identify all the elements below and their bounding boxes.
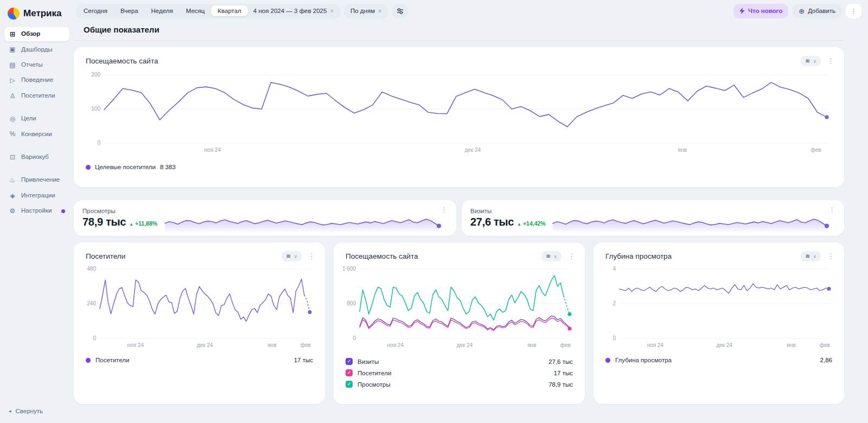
traffic-card: Посещаемость сайта ≋ ∨ ⋮ 08001 600ноя 24… <box>334 242 585 404</box>
svg-text:дек 24: дек 24 <box>197 342 213 348</box>
chart-type-select[interactable]: ≋ ∨ <box>801 56 821 66</box>
legend-label: Визиты <box>358 358 379 365</box>
card-header: Посещаемость сайта ≋ ∨ ⋮ <box>74 47 844 66</box>
variocube-icon: ⊡ <box>9 153 16 161</box>
legend-value: 27,6 тыс <box>548 358 573 365</box>
card-menu-button[interactable]: ⋮ <box>826 206 838 214</box>
sidebar: Метрика ⊞Обзор▣Дашборды▤Отчеты▷Поведение… <box>0 0 72 423</box>
range-tab[interactable]: Вчера <box>114 5 144 16</box>
date-range-picker[interactable]: 4 ноя 2024 — 3 фев 2025 ∨ <box>248 5 339 16</box>
card-title: Глубина просмотра <box>605 252 672 260</box>
topbar: СегодняВчераНеделяМесяцКвартал 4 ноя 202… <box>76 3 861 18</box>
chart-legend[interactable]: Целевые посетители 8 383 <box>74 156 844 170</box>
up-triangle-icon: ▲ <box>129 222 133 227</box>
svg-text:дек 24: дек 24 <box>716 342 732 348</box>
views-sparkline[interactable] <box>164 212 445 233</box>
kpi-title: Просмотры <box>82 208 158 214</box>
depth-chart[interactable]: 024ноя 24дек 24янвфев <box>599 265 837 351</box>
add-label: Добавить <box>808 8 835 14</box>
legend-checkbox-icon[interactable]: ✓ <box>346 358 353 365</box>
chart-legend-row[interactable]: ✓Посетители17 тыс <box>334 367 585 379</box>
sidebar-item[interactable]: ▤Отчеты <box>4 58 69 72</box>
topbar-actions: Что нового ⊕ Добавить ⋮ <box>733 4 861 18</box>
range-tab[interactable]: Неделя <box>145 5 180 16</box>
sidebar-item[interactable]: ♙Посетители <box>4 89 69 103</box>
sidebar-item-label: Конверсии <box>21 131 52 138</box>
sidebar-item[interactable]: ◈Интеграции <box>4 189 69 203</box>
sidebar-item-label: Цели <box>21 115 36 123</box>
range-tab[interactable]: Квартал <box>211 5 247 16</box>
kpi-meta: Визиты 27,6 тыс ▲ +14,42% <box>470 208 546 228</box>
range-tab[interactable]: Месяц <box>180 5 212 16</box>
card-menu-button[interactable]: ⋮ <box>825 252 837 260</box>
card-menu-button[interactable]: ⋮ <box>306 252 317 260</box>
visitors-chart[interactable]: 0240480ноя 24дек 24янвфев <box>79 265 317 351</box>
collapse-sidebar-button[interactable]: ◂ Свернуть <box>4 405 69 418</box>
sidebar-item[interactable]: ▣Дашборды <box>4 42 69 56</box>
kebab-menu-icon: ⋮ <box>850 7 857 15</box>
sidebar-item[interactable]: ⚙Настройки <box>4 204 69 218</box>
sidebar-item[interactable]: %Конверсии <box>4 127 69 141</box>
sidebar-item[interactable]: ♨Привлечение <box>4 173 69 187</box>
svg-text:фев: фев <box>820 342 830 348</box>
site-traffic-chart[interactable]: 0100200ноя 24дек 24янвфев <box>84 70 834 156</box>
integrations-icon: ◈ <box>9 192 16 200</box>
visitors-person-icon: ♙ <box>9 92 16 100</box>
sidebar-menu: ⊞Обзор▣Дашборды▤Отчеты▷Поведение♙Посетит… <box>4 27 69 227</box>
sidebar-item-label: Привлечение <box>21 176 60 184</box>
kpi-meta: Просмотры 78,9 тыс ▲ +11,88% <box>82 208 158 228</box>
sidebar-item[interactable]: ⊡Вариокуб <box>4 150 69 164</box>
metrica-logo-icon <box>8 8 20 20</box>
kpi-value: 78,9 тыс <box>82 216 126 228</box>
svg-text:фев: фев <box>301 342 311 348</box>
chart-legend[interactable]: Посетители 17 тыс <box>74 351 325 363</box>
legend-value: 17 тыс <box>554 370 573 376</box>
whats-new-label: Что нового <box>748 8 782 14</box>
card-menu-button[interactable]: ⋮ <box>825 57 837 65</box>
segments-filter-button[interactable] <box>392 4 408 18</box>
sliders-icon <box>397 8 404 15</box>
legend-label: Посетители <box>95 357 129 363</box>
chart-type-select[interactable]: ≋ ∨ <box>282 251 302 261</box>
add-widget-button[interactable]: ⊕ Добавить <box>793 4 841 18</box>
whats-new-button[interactable]: Что нового <box>733 4 788 18</box>
card-menu-button[interactable]: ⋮ <box>438 206 450 214</box>
date-range-group: СегодняВчераНеделяМесяцКвартал 4 ноя 202… <box>76 4 340 18</box>
svg-text:800: 800 <box>347 300 356 306</box>
svg-text:0: 0 <box>93 335 96 341</box>
sidebar-item-label: Интеграции <box>21 192 55 200</box>
svg-text:янв: янв <box>527 342 536 348</box>
sidebar-item[interactable]: ▷Поведение <box>4 73 69 87</box>
legend-dot-icon <box>86 165 91 170</box>
chart-legend-row[interactable]: ✓Просмотры78,9 тыс <box>334 379 585 390</box>
main-content: Общие показатели Посещаемость сайта ≋ ∨ … <box>72 21 868 423</box>
visits-sparkline[interactable] <box>552 212 833 233</box>
chart-legend[interactable]: Глубина просмотра 2,86 <box>593 351 844 363</box>
card-title: Посетители <box>86 252 125 260</box>
brand-logo[interactable]: Метрика <box>4 5 69 27</box>
sidebar-item[interactable]: ⊞Обзор <box>4 27 69 41</box>
chevron-down-icon: ∨ <box>293 254 297 259</box>
line-chart-icon: ≋ <box>805 253 810 260</box>
range-tab[interactable]: Сегодня <box>77 5 114 16</box>
granularity-value: По дням <box>350 8 375 14</box>
sidebar-item-label: Поведение <box>21 76 53 84</box>
chart-type-select[interactable]: ≋ ∨ <box>801 251 821 261</box>
chart-legend-row[interactable]: ✓Визиты27,6 тыс <box>334 356 585 367</box>
legend-checkbox-icon[interactable]: ✓ <box>346 369 353 376</box>
line-chart-icon: ≋ <box>805 57 810 65</box>
brand-name: Метрика <box>23 8 62 19</box>
topbar-more-button[interactable]: ⋮ <box>846 4 861 18</box>
legend-checkbox-icon[interactable]: ✓ <box>346 381 353 388</box>
svg-text:480: 480 <box>87 266 96 272</box>
card-menu-button[interactable]: ⋮ <box>566 252 577 260</box>
add-icon: ⊕ <box>799 7 805 15</box>
conversions-percent-icon: % <box>9 130 16 138</box>
goals-target-icon: ◎ <box>9 115 16 123</box>
granularity-select[interactable]: По дням ∨ <box>344 4 388 18</box>
sidebar-item[interactable]: ◎Цели <box>4 112 69 126</box>
traffic-legend: ✓Визиты27,6 тыс✓Посетители17 тыс✓Просмот… <box>334 351 585 390</box>
traffic-chart[interactable]: 08001 600ноя 24дек 24янвфев <box>339 265 577 351</box>
chart-type-select[interactable]: ≋ ∨ <box>541 251 561 261</box>
line-chart-icon: ≋ <box>546 253 551 260</box>
